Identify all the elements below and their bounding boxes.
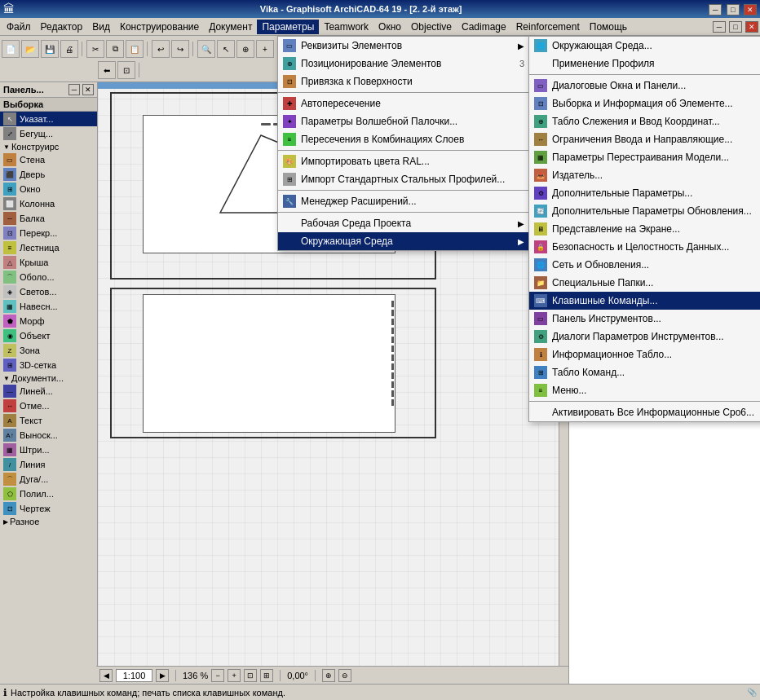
panel-hide-btn[interactable]: ─: [68, 84, 80, 95]
panel-door[interactable]: ⬛ Дверь: [0, 167, 97, 182]
env-item-folders[interactable]: 📁 Специальные Папки...: [529, 274, 760, 292]
zoom-in-btn[interactable]: +: [228, 669, 241, 682]
tb-cut[interactable]: ✂: [86, 40, 104, 58]
env-item-network[interactable]: 🌐 Сеть и Обновления...: [529, 256, 760, 274]
panel-callout[interactable]: A↑ Выноск...: [0, 428, 97, 442]
env-item-track[interactable]: ⊕ Табло Слежения и Ввод Координат...: [529, 112, 760, 130]
env-item-profile[interactable]: Применение Профиля: [529, 55, 760, 73]
panel-polyline[interactable]: / Линия: [0, 457, 97, 472]
env-item-screen[interactable]: 🖥 Представление на Экране...: [529, 220, 760, 238]
tb-open[interactable]: 📂: [21, 40, 39, 58]
panel-curtain[interactable]: ▦ Навесн...: [0, 299, 97, 314]
env-item-publisher[interactable]: 📤 Издатель...: [529, 166, 760, 184]
tree-raznoye[interactable]: ▶ Разное: [0, 516, 97, 527]
tb-tool2[interactable]: +: [256, 40, 274, 58]
panel-hatch[interactable]: ▦ Штри...: [0, 442, 97, 457]
menu-teamwork[interactable]: Teamwork: [319, 20, 373, 34]
env-item-infotable[interactable]: ℹ Информационное Табло...: [529, 346, 760, 363]
menu-help[interactable]: Помощь: [585, 20, 632, 34]
menu-wand[interactable]: ✦ Параметры Волшебной Палочки...: [278, 112, 529, 130]
env-item-env[interactable]: 🌐 Окружающая Среда...: [529, 37, 760, 55]
panel-poly[interactable]: ⬠ Полил...: [0, 486, 97, 501]
menu-view[interactable]: Вид: [87, 20, 115, 34]
minimize-button[interactable]: ─: [709, 4, 722, 15]
menu-window[interactable]: Окно: [373, 20, 406, 34]
panel-morph[interactable]: ⬟ Морф: [0, 314, 97, 328]
env-item-activateall[interactable]: Активировать Все Информационные Сро6...: [529, 403, 760, 421]
menu-parametry[interactable]: Параметры: [257, 20, 319, 34]
menu-requisites[interactable]: ▭ Реквизиты Элементов ▶: [278, 37, 529, 55]
tb2-1[interactable]: ⬅: [98, 61, 116, 79]
zoom-in2-btn[interactable]: ⊕: [322, 669, 335, 682]
menu-reinforcement[interactable]: Reinforcement: [511, 20, 585, 34]
panel-dim[interactable]: ↔ Отме...: [0, 398, 97, 413]
panel-shell[interactable]: ⌒ Оболо...: [0, 270, 97, 284]
panel-close-btn[interactable]: ✕: [82, 84, 94, 95]
tb-save[interactable]: 💾: [41, 40, 59, 58]
tb-copy[interactable]: ⧉: [106, 40, 124, 58]
menu-extmgr[interactable]: 🔧 Менеджер Расширений...: [278, 192, 529, 210]
tb-new[interactable]: 📄: [2, 40, 20, 58]
panel-running[interactable]: ⤢ Бегущ...: [0, 126, 97, 141]
env-item-menu[interactable]: ≡ Меню...: [529, 381, 760, 399]
close-button[interactable]: ✕: [744, 4, 757, 15]
scale-prev-btn[interactable]: ◀: [99, 669, 113, 682]
tb-tool1[interactable]: ⊕: [236, 40, 254, 58]
panel-slab[interactable]: ⊡ Перекр...: [0, 226, 97, 240]
env-item-select[interactable]: ⊡ Выборка и Информация об Элементе...: [529, 95, 760, 112]
zoom-reset-btn[interactable]: ⊞: [260, 669, 273, 682]
panel-skylight[interactable]: ◈ Светов...: [0, 284, 97, 299]
restore-button[interactable]: □: [727, 4, 740, 15]
panel-3dgrid[interactable]: ⊞ 3D-сетка: [0, 358, 97, 372]
panel-drawing[interactable]: ⊡ Чертеж: [0, 501, 97, 516]
tb-cursor[interactable]: ↖: [217, 40, 235, 58]
menu-binding[interactable]: ⊡ Привязка к Поверхности: [278, 73, 529, 90]
menu-objective[interactable]: Objective: [406, 20, 457, 34]
env-item-cmdtable[interactable]: ⊞ Табло Команд...: [529, 363, 760, 381]
menu-editor[interactable]: Редактор: [36, 20, 88, 34]
tree-documents[interactable]: ▼ Документи...: [0, 372, 97, 384]
env-item-addupdate[interactable]: 🔄 Дополнительные Параметры Обновления...: [529, 202, 760, 220]
menu-positioning[interactable]: ⊕ Позиционирование Элементов 3: [278, 55, 529, 73]
panel-text[interactable]: A Текст: [0, 413, 97, 428]
app-close-btn[interactable]: ✕: [745, 21, 758, 33]
panel-window[interactable]: ⊞ Окно: [0, 182, 97, 196]
tb-print[interactable]: 🖨: [60, 40, 78, 58]
panel-arc[interactable]: ⌒ Дуга/...: [0, 472, 97, 486]
tb-undo[interactable]: ↩: [152, 40, 170, 58]
panel-zone[interactable]: Z Зона: [0, 343, 97, 358]
panel-wall[interactable]: ▭ Стена: [0, 152, 97, 167]
zoom-out-btn[interactable]: −: [211, 669, 224, 682]
tb2-2[interactable]: ⊡: [117, 61, 135, 79]
tree-construct[interactable]: ▼ Конструирс: [0, 141, 97, 152]
menu-envir[interactable]: Окружающая Среда ▶: [278, 232, 529, 250]
env-item-addparam[interactable]: ⚙ Дополнительные Параметры...: [529, 184, 760, 202]
app-restore-btn[interactable]: □: [729, 21, 742, 33]
env-item-toolbar[interactable]: ▭ Панель Инструментов...: [529, 310, 760, 328]
menu-layercombine[interactable]: ≡ Пересечения в Комбинациях Слоев: [278, 130, 529, 148]
tb-redo[interactable]: ↪: [171, 40, 189, 58]
app-minimize-btn[interactable]: ─: [713, 21, 726, 33]
env-item-dialogs[interactable]: ▭ Диалоговые Окна и Панели...: [529, 77, 760, 95]
env-item-tooldialogs[interactable]: ⚙ Диалоги Параметров Инструментов...: [529, 328, 760, 346]
tb-search[interactable]: 🔍: [197, 40, 215, 58]
env-item-keyboard[interactable]: ⌨ Клавишные Команды...: [529, 292, 760, 310]
panel-pointer[interactable]: ↖ Указат...: [0, 112, 97, 126]
zoom-fit-btn[interactable]: ⊡: [244, 669, 257, 682]
menu-importsteel[interactable]: ⊞ Импорт Стандартных Стальных Профилей..…: [278, 170, 529, 188]
menu-document[interactable]: Документ: [204, 20, 257, 34]
menu-workenv[interactable]: Рабочая Среда Проекта ▶: [278, 214, 529, 232]
menu-cadimage[interactable]: Cadimage: [457, 20, 511, 34]
scale-next-btn[interactable]: ▶: [156, 669, 169, 682]
env-item-limits[interactable]: ↔ Ограничения Ввода и Направляющие...: [529, 130, 760, 148]
panel-beam[interactable]: ─ Балка: [0, 211, 97, 226]
panel-roof[interactable]: △ Крыша: [0, 255, 97, 270]
panel-object[interactable]: ◉ Объект: [0, 328, 97, 343]
zoom-out2-btn[interactable]: ⊖: [338, 669, 351, 682]
tb-paste[interactable]: 📋: [126, 40, 144, 58]
menu-autointersect[interactable]: ✚ Автопересечение: [278, 95, 529, 112]
menu-file[interactable]: Файл: [2, 20, 36, 34]
menu-importral[interactable]: 🎨 Импортировать цвета RAL...: [278, 152, 529, 170]
menu-construct[interactable]: Конструирование: [115, 20, 204, 34]
env-item-model[interactable]: ▦ Параметры Перестраивания Модели...: [529, 148, 760, 166]
